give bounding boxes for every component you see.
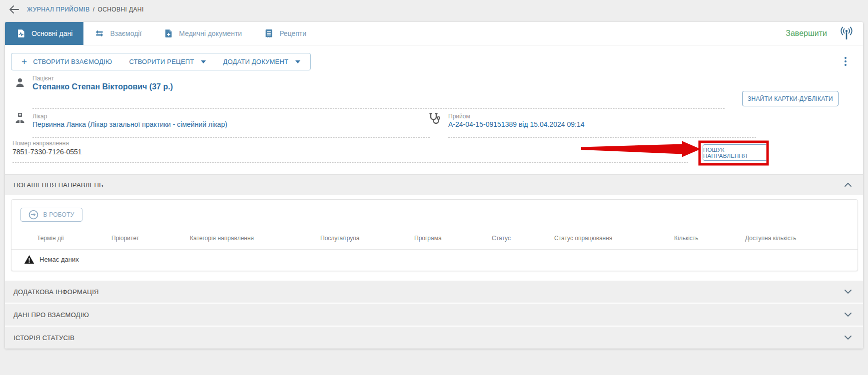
stethoscope-icon	[428, 112, 442, 126]
plus-icon: +	[21, 57, 27, 66]
document-plus-icon	[163, 28, 173, 38]
receipt-icon	[264, 28, 274, 38]
patient-label: Пацієнт	[32, 75, 54, 82]
finish-button[interactable]: Завершити	[786, 29, 827, 38]
tab-bar: Основні дані Взаємодії Медичні документи	[5, 22, 863, 45]
create-interaction-button[interactable]: + СТВОРИТИ ВЗАЄМОДІЮ	[21, 57, 112, 66]
accordion-title: ДОДАТКОВА ІНФОРМАЦІЯ	[13, 288, 99, 296]
chevron-down-icon	[844, 289, 852, 294]
referrals-section-title: ПОГАШЕННЯ НАПРАВЛЕНЬ	[13, 181, 103, 189]
circle-arrow-right-icon	[28, 210, 38, 220]
column-header: Доступна кількість	[745, 235, 797, 242]
referrals-section-header[interactable]: ПОГАШЕННЯ НАПРАВЛЕНЬ	[5, 174, 863, 195]
chevron-down-icon	[844, 312, 852, 317]
tab-main-data-label: Основні дані	[31, 29, 72, 37]
tab-medical-documents[interactable]: Медичні документи	[152, 22, 253, 45]
add-document-label: ДОДАТИ ДОКУМЕНТ	[223, 58, 288, 65]
referral-number-label: Номер направлення	[12, 140, 69, 147]
find-duplicates-button[interactable]: ЗНАЙТИ КАРТКИ-ДУБЛІКАТИ	[742, 91, 839, 106]
tab-interactions[interactable]: Взаємодії	[83, 22, 152, 45]
divider	[11, 249, 858, 250]
accordion-additional-info[interactable]: ДОДАТКОВА ІНФОРМАЦІЯ	[5, 281, 863, 303]
column-header: Статус	[492, 235, 511, 242]
empty-state-row: Немає даних	[24, 255, 79, 264]
empty-state-text: Немає даних	[39, 256, 79, 263]
search-referral-button[interactable]: ПОШУК НАПРАВЛЕННЯ	[703, 144, 768, 161]
tab-medical-documents-label: Медичні документи	[179, 29, 242, 37]
column-header: Статус опрацювання	[554, 235, 612, 242]
patient-name: Степанко Степан Вікторович (37 р.)	[32, 82, 173, 91]
breadcrumb-separator: /	[93, 6, 95, 13]
accordion-title: ІСТОРІЯ СТАТУСІВ	[13, 334, 74, 342]
divider-dashed	[32, 108, 725, 109]
create-prescription-label: СТВОРИТИ РЕЦЕПТ	[129, 58, 194, 65]
tab-prescriptions-label: Рецепти	[279, 29, 306, 37]
column-header: Послуга/група	[320, 235, 360, 242]
breadcrumb: ЖУРНАЛ ПРИЙОМІВ / ОСНОВНІ ДАНІ	[0, 0, 868, 19]
tab-main-data[interactable]: Основні дані	[5, 22, 83, 45]
accordion-status-history[interactable]: ІСТОРІЯ СТАТУСІВ	[5, 326, 863, 349]
accordion-title: ДАНІ ПРО ВЗАЄМОДІЮ	[13, 311, 89, 319]
column-header: Пріоритет	[111, 235, 139, 242]
doctor-value: Первинна Ланка (Лікар загальної практики…	[32, 120, 227, 128]
referrals-table-card: В РОБОТУ Термін дії Пріоритет Категорія …	[11, 199, 858, 271]
create-prescription-button[interactable]: СТВОРИТИ РЕЦЕПТ	[129, 58, 206, 65]
doctor-label: Лікар	[32, 113, 47, 120]
column-header: Категорія направлення	[190, 235, 254, 242]
column-header: Термін дії	[37, 235, 64, 242]
to-work-label: В РОБОТУ	[43, 211, 74, 218]
add-document-button[interactable]: ДОДАТИ ДОКУМЕНТ	[223, 58, 300, 65]
arrow-left-icon	[9, 5, 19, 13]
tab-prescriptions[interactable]: Рецепти	[253, 22, 317, 45]
divider-dashed	[32, 137, 430, 138]
referral-number-value: 7851-7330-7126-0551	[12, 148, 82, 156]
person-icon	[14, 77, 26, 89]
column-header: Програма	[414, 235, 442, 242]
warning-icon	[24, 255, 34, 264]
visit-card: Основні дані Взаємодії Медичні документи	[5, 22, 863, 349]
to-work-button[interactable]: В РОБОТУ	[20, 208, 82, 222]
toolbar: + СТВОРИТИ ВЗАЄМОДІЮ СТВОРИТИ РЕЦЕПТ ДОД…	[11, 53, 311, 70]
antenna-broadcast-icon[interactable]	[840, 26, 853, 40]
breadcrumb-parent-link[interactable]: ЖУРНАЛ ПРИЙОМІВ	[27, 6, 90, 13]
document-pulse-icon	[16, 28, 26, 38]
divider-dashed	[12, 162, 688, 163]
breadcrumb-current: ОСНОВНІ ДАНІ	[97, 6, 143, 13]
chevron-up-icon	[844, 182, 852, 187]
divider-dashed	[448, 137, 756, 138]
chevron-down-icon	[201, 60, 206, 63]
chevron-down-icon	[844, 335, 852, 340]
accordion-interaction-data[interactable]: ДАНІ ПРО ВЗАЄМОДІЮ	[5, 303, 863, 326]
more-options-button[interactable]	[841, 56, 850, 67]
swap-arrows-icon	[94, 28, 104, 38]
tab-interactions-label: Взаємодії	[110, 29, 141, 37]
column-header: Кількість	[674, 235, 699, 242]
visit-label: Прийом	[448, 113, 470, 120]
chevron-down-icon	[295, 60, 300, 63]
back-button[interactable]	[8, 3, 20, 15]
visit-value: А-24-04-15-09151389 від 15.04.2024 09:14	[448, 120, 584, 128]
create-interaction-label: СТВОРИТИ ВЗАЄМОДІЮ	[33, 58, 112, 65]
doctor-icon	[14, 112, 25, 124]
accordion-list: ДОДАТКОВА ІНФОРМАЦІЯ ДАНІ ПРО ВЗАЄМОДІЮ …	[5, 281, 863, 349]
